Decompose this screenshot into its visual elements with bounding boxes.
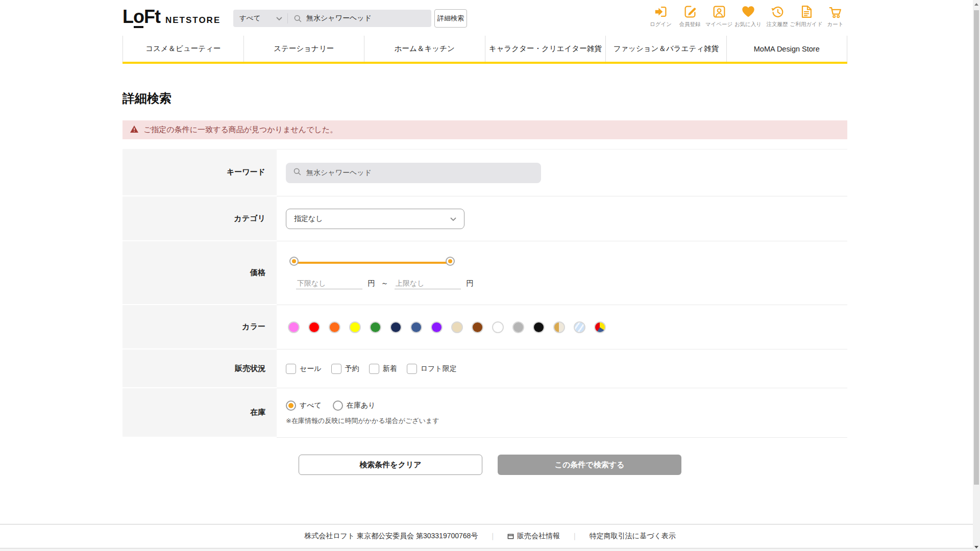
price-min-input[interactable] — [296, 278, 362, 289]
quicklink-order-history[interactable]: 注文履歴 — [763, 4, 792, 28]
keyword-field — [286, 163, 541, 183]
stock-option-in-stock[interactable]: 在庫あり — [333, 400, 376, 411]
nav-item-character-creator[interactable]: キャラクター・クリエイター雑貨 — [485, 36, 606, 62]
checkbox-new[interactable] — [369, 364, 379, 374]
form-row-price: 価格 円 ～ 円 — [122, 241, 847, 305]
keyword-input[interactable] — [306, 169, 534, 177]
main-nav: コスメ＆ビューティーステーショナリーホーム＆キッチンキャラクター・クリエイター雑… — [122, 36, 847, 64]
checkbox-label: 新着 — [383, 364, 397, 373]
search-category-value: すべて — [239, 14, 260, 23]
color-swatch-brown[interactable] — [472, 321, 483, 333]
logo-netstore: NETSTORE — [165, 15, 220, 26]
search-with-conditions-button[interactable]: この条件で検索する — [498, 455, 681, 475]
quicklink-cart[interactable]: カート — [821, 4, 850, 28]
sales-option-sale[interactable]: セール — [286, 364, 322, 374]
sales-option-loft-only[interactable]: ロフト限定 — [407, 364, 457, 374]
checkbox-sale[interactable] — [286, 364, 296, 374]
chevron-down-icon — [276, 15, 282, 22]
nav-item-cosmetics-beauty[interactable]: コスメ＆ビューティー — [122, 36, 243, 62]
sales-option-reserve[interactable]: 予約 — [331, 364, 359, 374]
color-swatch-clear[interactable] — [574, 321, 585, 333]
form-row-sales-status: 販売状況 セール予約新着ロフト限定 — [122, 349, 847, 388]
scrollbar-down-arrow[interactable] — [973, 543, 980, 551]
quicklink-label: 注文履歴 — [767, 21, 788, 28]
nav-item-home-kitchen[interactable]: ホーム＆キッチン — [364, 36, 485, 62]
color-swatch-red[interactable] — [308, 321, 320, 333]
sales-option-new[interactable]: 新着 — [369, 364, 397, 374]
radio-in-stock[interactable] — [333, 400, 343, 411]
category-select[interactable]: 指定なし — [286, 209, 464, 229]
nav-item-moma-design-store[interactable]: MoMA Design Store — [726, 36, 848, 62]
footer-link-specified-commercial-law[interactable]: 特定商取引法に基づく表示 — [590, 532, 676, 541]
slider-handle-min[interactable] — [290, 258, 298, 265]
brand-logo[interactable]: LoFt NETSTORE — [122, 8, 220, 26]
nav-item-fashion-variety[interactable]: ファッション＆バラエティ雑貨 — [605, 36, 726, 62]
color-swatch-purple[interactable] — [431, 321, 443, 333]
quicklink-label: マイページ — [705, 21, 732, 28]
color-swatch-navy[interactable] — [390, 321, 402, 333]
header: LoFt NETSTORE すべて 詳細検索 ログイン会員登録マイページお気に入… — [0, 0, 980, 36]
alert-message: ご指定の条件に一致する商品が見つかりませんでした。 — [143, 125, 337, 135]
quicklink-guide[interactable]: ご利用ガイド — [792, 4, 821, 28]
page-title: 詳細検索 — [122, 90, 980, 107]
quicklink-favorites[interactable]: お気に入り — [733, 4, 763, 28]
color-swatch-blue[interactable] — [410, 321, 422, 333]
category-value: 指定なし — [294, 214, 323, 223]
price-separator: ～ — [381, 279, 389, 288]
scrollbar-thumb[interactable] — [974, 10, 979, 485]
price-max-input[interactable] — [395, 278, 461, 289]
slider-handle-max[interactable] — [447, 258, 454, 265]
category-label: カテゴリ — [122, 196, 277, 241]
color-swatch-white[interactable] — [492, 321, 504, 333]
search-category-select[interactable]: すべて — [233, 14, 287, 23]
quicklink-mypage[interactable]: マイページ — [704, 4, 733, 28]
cart-icon — [828, 4, 843, 19]
radio-label: 在庫あり — [347, 401, 376, 410]
quicklink-label: 会員登録 — [679, 21, 701, 28]
color-swatch-yellow[interactable] — [349, 321, 361, 333]
logo-loft: LoFt — [122, 8, 160, 26]
checkbox-label: 予約 — [345, 364, 359, 373]
warning-icon — [130, 125, 139, 135]
bottom-strip — [0, 548, 980, 551]
detail-search-button[interactable]: 詳細検索 — [434, 9, 467, 28]
color-swatch-gold[interactable] — [553, 321, 565, 333]
color-swatch-multicolor[interactable] — [594, 321, 606, 333]
checkbox-label: セール — [300, 364, 322, 373]
quicklink-label: お気に入り — [734, 21, 762, 28]
header-search-input[interactable] — [306, 14, 431, 22]
color-swatch-pink[interactable] — [288, 321, 300, 333]
form-row-category: カテゴリ 指定なし — [122, 196, 847, 241]
color-swatch-green[interactable] — [370, 321, 381, 333]
quicklink-register[interactable]: 会員登録 — [675, 4, 704, 28]
chevron-down-icon — [450, 215, 456, 223]
color-swatch-beige[interactable] — [451, 321, 463, 333]
slider-track[interactable] — [296, 262, 448, 264]
header-search-bar: すべて — [233, 10, 431, 27]
price-range-slider[interactable] — [296, 257, 448, 269]
quicklink-label: ログイン — [650, 21, 672, 28]
radio-all[interactable] — [286, 400, 296, 411]
footer: 株式会社ロフト 東京都公安委員会 第303319700768号 ｜ 販売会社情報… — [0, 524, 980, 548]
form-row-stock: 在庫 すべて在庫あり ※在庫情報の反映に時間がかかる場合がございます — [122, 388, 847, 438]
register-icon — [682, 4, 698, 19]
color-swatch-orange[interactable] — [329, 321, 340, 333]
quicklink-login[interactable]: ログイン — [646, 4, 675, 28]
keyword-label: キーワード — [122, 149, 277, 196]
clear-conditions-button[interactable]: 検索条件をクリア — [299, 455, 482, 475]
form-actions: 検索条件をクリア この条件で検索する — [0, 455, 980, 475]
nav-item-stationery[interactable]: ステーショナリー — [243, 36, 364, 62]
checkbox-label: ロフト限定 — [421, 364, 457, 373]
checkbox-reserve[interactable] — [331, 364, 341, 374]
scrollbar-up-arrow[interactable] — [973, 0, 980, 8]
checkbox-loft-only[interactable] — [407, 364, 417, 374]
stock-option-all[interactable]: すべて — [286, 400, 322, 411]
color-swatch-gray[interactable] — [512, 321, 524, 333]
color-swatch-black[interactable] — [533, 321, 545, 333]
storefront-icon — [507, 533, 514, 540]
price-unit-min: 円 — [368, 279, 375, 288]
form-row-color: カラー — [122, 305, 847, 349]
footer-link-seller-info[interactable]: 販売会社情報 — [507, 532, 560, 541]
footer-divider: ｜ — [571, 532, 578, 541]
radio-label: すべて — [300, 401, 322, 410]
